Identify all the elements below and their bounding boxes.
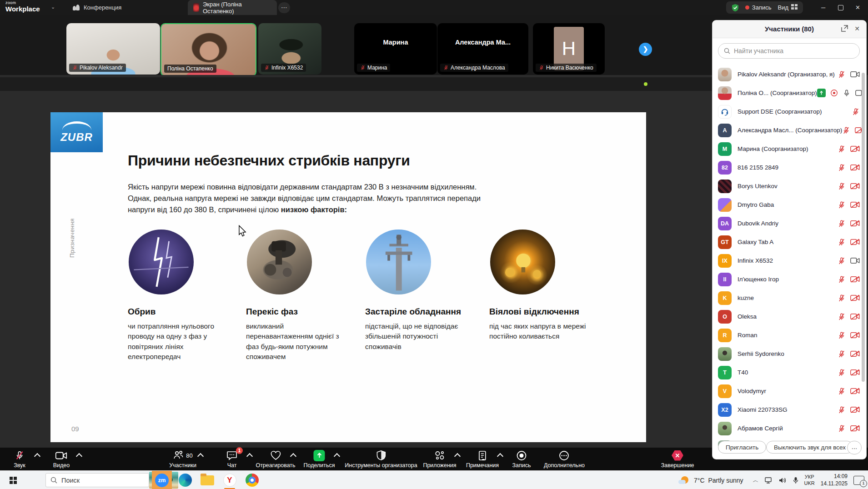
- toolbar-chevron-icon[interactable]: [34, 453, 40, 459]
- participant-name: Serhii Sydorenko: [738, 350, 784, 357]
- start-button[interactable]: [4, 471, 23, 489]
- participant-row[interactable]: Dmytro Gaba: [712, 195, 866, 214]
- participants-list: Pikalov Aleksandr (Организатор, я) Полін…: [712, 65, 866, 446]
- toolbar-apps-button[interactable]: Приложения: [423, 450, 456, 469]
- share-indicator-dot: [644, 82, 647, 86]
- toolbar-notes-button[interactable]: Примечания: [466, 450, 499, 469]
- participants-footer: Пригласить Выключить звук для всех ...: [712, 441, 866, 454]
- toolbar-chat-button[interactable]: 1Чат: [226, 450, 237, 469]
- chevron-down-icon[interactable]: ⌄: [51, 4, 55, 10]
- toolbar-heart-button[interactable]: Отреагировать: [256, 450, 295, 469]
- mic-muted-icon: [360, 65, 366, 70]
- network-icon[interactable]: [765, 477, 773, 484]
- tab-conference[interactable]: Конференция: [73, 0, 121, 15]
- weather-widget[interactable]: 7°C Partly sunny: [678, 471, 743, 489]
- toolbar-video-button[interactable]: Видео: [53, 450, 70, 469]
- recording-indicator[interactable]: Запись: [745, 4, 772, 11]
- clock[interactable]: 14:09 14.11.2025: [821, 473, 848, 487]
- sharing-screen-icon: [817, 89, 826, 97]
- yandex-browser-icon: Y: [223, 474, 236, 487]
- participant-row[interactable]: IIІл'ющенко Ігор: [712, 270, 866, 289]
- panel-scrollbar[interactable]: [862, 73, 865, 382]
- footer-more-button[interactable]: ...: [847, 441, 862, 454]
- participant-row[interactable]: AАлександра Масл... (Соорганизатор): [712, 121, 866, 140]
- taskbar-search[interactable]: Поиск: [45, 473, 149, 487]
- participant-row[interactable]: TT40: [712, 363, 866, 382]
- toolbar-chevron-icon[interactable]: [76, 453, 82, 459]
- participant-row[interactable]: RRoman: [712, 326, 866, 344]
- avatar: [718, 105, 732, 119]
- participant-row[interactable]: MМарина (Соорганизатор): [712, 140, 866, 158]
- tray-chevron-icon[interactable]: ︿: [753, 476, 759, 484]
- participant-row[interactable]: Support DSE (Соорганизатор): [712, 102, 866, 121]
- substation-image: [366, 230, 431, 294]
- close-button[interactable]: ✕: [848, 0, 868, 15]
- video-tile-5[interactable]: Александра Ма... Александра Маслова: [437, 23, 528, 75]
- participant-row[interactable]: OOleksa: [712, 307, 866, 326]
- slide-column-1: Обрив чи потрапляння нульового проводу н…: [128, 230, 236, 362]
- participant-row[interactable]: Pikalov Aleksandr (Организатор, я): [712, 65, 866, 84]
- participant-display-name: Марина: [354, 39, 437, 46]
- toolbar-chevron-icon[interactable]: [197, 453, 204, 459]
- avatar: V: [718, 384, 732, 398]
- participant-row[interactable]: Serhii Sydorenko: [712, 344, 866, 363]
- slide-side-label: Призначення: [69, 199, 75, 258]
- popout-icon[interactable]: [841, 25, 848, 32]
- participant-row[interactable]: X2Xiaomi 220733SG: [712, 400, 866, 419]
- taskbar-app-chrome[interactable]: [242, 471, 262, 489]
- tab-shared-screen[interactable]: Экран (Поліна Остапенко): [188, 0, 277, 15]
- toolbar-more-button[interactable]: Дополнительно: [544, 450, 585, 469]
- taskbar-app-edge[interactable]: [175, 471, 195, 489]
- toolbar-people-button[interactable]: 80Участники: [169, 450, 196, 469]
- toolbar-shield-button[interactable]: Инструменты организатора: [345, 450, 417, 469]
- slide-intro: Якість напруги мережі повинна відповідат…: [128, 181, 494, 216]
- toolbar-share-button[interactable]: Поделиться: [303, 450, 335, 469]
- toolbar-label: Примечания: [466, 462, 499, 469]
- video-tile-2[interactable]: Поліна Остапенко: [161, 23, 256, 76]
- next-videos-arrow-button[interactable]: ❯: [639, 43, 652, 56]
- participant-row[interactable]: IXInfinix X6532: [712, 251, 866, 270]
- search-participant-input[interactable]: Найти участника: [718, 43, 860, 59]
- toolbar-record-button[interactable]: Запись: [512, 450, 531, 469]
- participant-row[interactable]: Поліна О... (Соорганизатор): [712, 84, 866, 102]
- camera-off-icon: [850, 350, 860, 357]
- microphone-icon[interactable]: [793, 477, 798, 484]
- toolbar-mic-muted-button[interactable]: Звук: [14, 450, 25, 469]
- participant-row[interactable]: DADubovik Andriy: [712, 214, 866, 233]
- participant-row[interactable]: Borys Utenkov: [712, 177, 866, 195]
- video-tile-1[interactable]: Pikalov Aleksandr: [66, 23, 160, 75]
- mic-muted-icon: [838, 331, 846, 339]
- taskbar-app-zoom[interactable]: zm: [152, 471, 172, 489]
- video-tile-3[interactable]: Infinix X6532: [258, 23, 321, 75]
- volume-icon[interactable]: [779, 477, 787, 484]
- mic-muted-icon: [443, 65, 449, 70]
- tab-more-button[interactable]: ⋯: [278, 2, 290, 13]
- toolbar-chevron-icon[interactable]: [246, 453, 253, 459]
- mute-all-button[interactable]: Выключить звук для всех: [766, 441, 853, 454]
- invite-button[interactable]: Пригласить: [718, 441, 766, 454]
- video-tile-6[interactable]: Н Никита Васюченко: [533, 23, 605, 75]
- language-indicator[interactable]: УКРUKR: [804, 474, 815, 487]
- participant-name-label: Никита Васюченко: [536, 64, 597, 72]
- avatar: IX: [718, 254, 732, 268]
- participant-row[interactable]: Kkuzne: [712, 289, 866, 307]
- participant-name-label: Марина: [357, 64, 390, 72]
- notification-center-icon[interactable]: 1: [853, 476, 864, 485]
- avatar: [718, 180, 732, 193]
- participant-row[interactable]: VVolodymyr: [712, 382, 866, 400]
- taskbar-app-yandex[interactable]: Y: [220, 471, 240, 489]
- participant-row[interactable]: 82816 2155 2849: [712, 158, 866, 177]
- participant-row[interactable]: Абрамов Сергій: [712, 419, 866, 438]
- taskbar-app-explorer[interactable]: [197, 471, 217, 489]
- view-button[interactable]: Вид: [778, 4, 798, 11]
- toolbar-end-button[interactable]: ✕Завершение: [661, 450, 694, 469]
- camera-off-icon: [850, 406, 860, 413]
- participant-name: Oleksa: [738, 313, 757, 320]
- people-icon: [73, 5, 80, 11]
- video-tile-4[interactable]: Марина Марина: [354, 23, 437, 75]
- close-panel-icon[interactable]: ✕: [854, 25, 860, 32]
- avatar: [718, 198, 732, 212]
- security-shield-icon[interactable]: [732, 4, 739, 12]
- participant-row[interactable]: GTGalaxy Tab A: [712, 233, 866, 251]
- bulbs-image: [490, 230, 555, 294]
